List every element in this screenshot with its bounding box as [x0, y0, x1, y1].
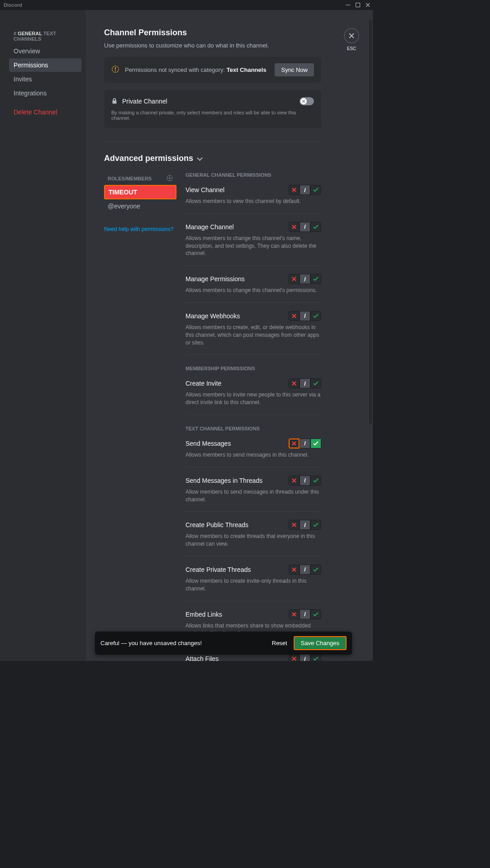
permission-desc: Allows members to view this channel by d… [186, 198, 321, 205]
deny-button[interactable] [289, 185, 300, 195]
save-changes-button[interactable]: Save Changes [294, 636, 347, 650]
passthrough-button[interactable]: / [300, 654, 310, 661]
permission-tri-toggle: / [289, 565, 321, 575]
add-role-icon[interactable] [167, 175, 173, 182]
private-channel-box: Private Channel By making a channel priv… [104, 90, 321, 128]
private-desc: By making a channel private, only select… [111, 110, 314, 121]
sidebar-item-overview[interactable]: Overview [9, 44, 81, 58]
toggle-knob [300, 98, 307, 104]
allow-button[interactable] [310, 378, 321, 388]
sidebar-item-delete-channel[interactable]: Delete Channel [9, 105, 81, 119]
passthrough-button[interactable]: / [300, 378, 310, 388]
permission-item: Send Messages / Allows members to send m… [186, 439, 321, 467]
scrollbar[interactable] [369, 20, 372, 424]
svg-rect-4 [115, 70, 116, 71]
deny-button[interactable] [289, 274, 300, 284]
permission-tri-toggle: / [289, 378, 321, 388]
allow-button[interactable] [310, 274, 321, 284]
permission-name: Attach Files [186, 655, 219, 661]
settings-sidebar: # GENERAL TEXT CHANNELS Overview Permiss… [0, 10, 86, 661]
allow-button[interactable] [310, 185, 321, 195]
close-label: ESC [344, 46, 359, 51]
titlebar: Discord [0, 0, 373, 10]
page-subtitle: Use permissions to customize who can do … [104, 42, 321, 49]
passthrough-button[interactable]: / [300, 311, 310, 321]
allow-button[interactable] [310, 476, 321, 486]
permission-desc: Allows members to create, edit, or delet… [186, 324, 321, 346]
passthrough-button[interactable]: / [300, 439, 310, 448]
permission-item: Attach Files / Allows members to upload … [186, 654, 321, 661]
app-name: Discord [4, 2, 22, 8]
passthrough-button[interactable]: / [300, 274, 310, 284]
deny-button[interactable] [289, 439, 300, 448]
sidebar-item-permissions[interactable]: Permissions [9, 58, 81, 72]
allow-button[interactable] [310, 609, 321, 619]
deny-button[interactable] [289, 476, 300, 486]
save-changes-bar: Careful — you have unsaved changes! Rese… [95, 632, 352, 655]
advanced-permissions-title: Advanced permissions [104, 154, 321, 163]
allow-button[interactable] [310, 439, 321, 448]
sidebar-item-integrations[interactable]: Integrations [9, 86, 81, 100]
passthrough-button[interactable]: / [300, 185, 310, 195]
passthrough-button[interactable]: / [300, 476, 310, 486]
permission-tri-toggle: / [289, 654, 321, 661]
deny-button[interactable] [289, 654, 300, 661]
permission-name: Embed Links [186, 611, 222, 618]
allow-button[interactable] [310, 222, 321, 232]
permission-desc: Allows members to change this channel's … [186, 235, 321, 257]
allow-button[interactable] [310, 565, 321, 575]
allow-button[interactable] [310, 520, 321, 530]
save-warning-text: Careful — you have unsaved changes! [100, 640, 266, 646]
sync-notice: Permissions not synced with category: Te… [104, 57, 321, 83]
passthrough-button[interactable]: / [300, 222, 310, 232]
permission-tri-toggle: / [289, 311, 321, 321]
chevron-down-icon[interactable] [198, 156, 202, 161]
permission-item: View Channel / Allows members to view th… [186, 185, 321, 214]
roles-header: ROLES/MEMBERS [104, 172, 176, 185]
window-controls [343, 0, 373, 10]
permission-item: Create Invite / Allows members to invite… [186, 378, 321, 415]
permission-name: Manage Channel [186, 223, 234, 231]
minimize-button[interactable] [343, 0, 353, 10]
permission-item: Manage Webhooks / Allows members to crea… [186, 311, 321, 355]
permission-item: Create Public Threads / Allow members to… [186, 520, 321, 557]
deny-button[interactable] [289, 565, 300, 575]
permission-item: Manage Permissions / Allows members to c… [186, 274, 321, 303]
permission-name: Send Messages in Threads [186, 477, 262, 484]
sync-now-button[interactable]: Sync Now [275, 63, 314, 76]
lock-icon [111, 98, 118, 105]
permission-tri-toggle: / [289, 476, 321, 486]
passthrough-button[interactable]: / [300, 609, 310, 619]
permission-name: Create Public Threads [186, 521, 248, 528]
permission-item: Create Private Threads / Allow members t… [186, 565, 321, 601]
passthrough-button[interactable]: / [300, 520, 310, 530]
permission-name: Manage Webhooks [186, 312, 240, 320]
deny-button[interactable] [289, 520, 300, 530]
allow-button[interactable] [310, 311, 321, 321]
role-item[interactable]: @everyone [104, 200, 176, 212]
reset-button[interactable]: Reset [266, 637, 294, 650]
close-window-button[interactable] [363, 0, 373, 10]
deny-button[interactable] [289, 609, 300, 619]
role-item[interactable]: TIMEOUT [104, 185, 176, 199]
permission-tri-toggle: / [289, 185, 321, 195]
deny-button[interactable] [289, 311, 300, 321]
permission-desc: Allows members to invite new people to t… [186, 391, 321, 406]
perm-group-header: TEXT CHANNEL PERMISSIONS [186, 426, 321, 431]
close-button[interactable] [344, 28, 359, 43]
permission-name: Manage Permissions [186, 275, 245, 283]
maximize-button[interactable] [353, 0, 363, 10]
deny-button[interactable] [289, 378, 300, 388]
perm-group-header: MEMBERSHIP PERMISSIONS [186, 366, 321, 371]
permission-name: Create Invite [186, 380, 221, 387]
sidebar-item-invites[interactable]: Invites [9, 72, 81, 86]
passthrough-button[interactable]: / [300, 565, 310, 575]
allow-button[interactable] [310, 654, 321, 661]
help-link[interactable]: Need help with permissions? [104, 226, 176, 232]
private-toggle[interactable] [300, 97, 314, 105]
private-title: Private Channel [122, 98, 167, 105]
permission-tri-toggle: / [289, 609, 321, 619]
deny-button[interactable] [289, 222, 300, 232]
permission-desc: Allows members to send messages in this … [186, 451, 321, 459]
content-wrapper: ESC Channel Permissions Use permissions … [86, 10, 373, 661]
